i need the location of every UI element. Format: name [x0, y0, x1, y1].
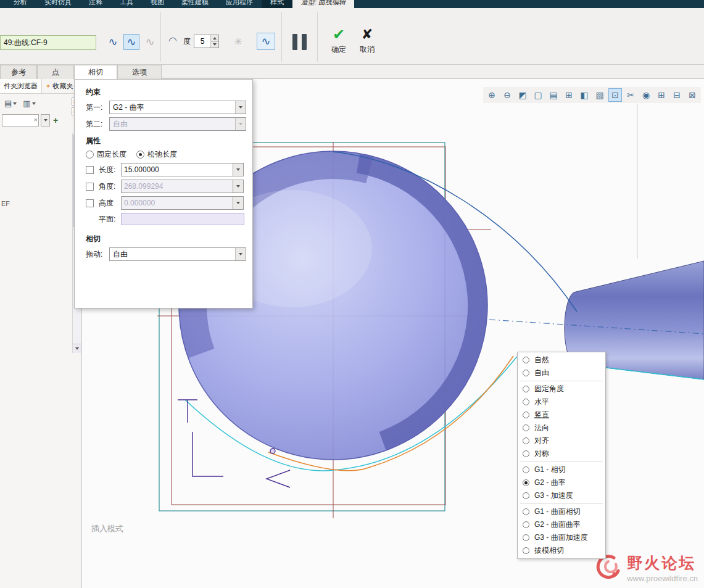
tab-reference[interactable]: 参考 — [0, 65, 37, 79]
menu-item[interactable]: 水平 — [518, 395, 605, 408]
menu-item[interactable]: G3 - 曲面加速度 — [518, 531, 605, 544]
angle-input — [121, 180, 233, 193]
plane-row: 平面: — [99, 213, 246, 225]
repaint-icon[interactable]: ▤ — [547, 88, 560, 102]
construction-corner — [193, 432, 223, 476]
menu-item[interactable]: 对齐 — [518, 434, 605, 447]
ribbon-tab[interactable]: 实时仿真 — [36, 0, 80, 8]
model-tree-button[interactable]: ▤ — [2, 97, 19, 110]
ribbon-tab[interactable]: 样式 — [262, 0, 292, 8]
menu-item-label: 拔模相切 — [534, 545, 564, 556]
ribbon-tab[interactable]: 注释 — [80, 0, 111, 8]
tab-favorites[interactable]: ✶ 收藏夹 — [42, 79, 77, 93]
fixed-length-radio[interactable] — [86, 151, 94, 159]
curve-icon-group: ∿∿∿ — [105, 34, 158, 50]
settings-gear-icon[interactable]: ✳ — [231, 35, 246, 50]
cancel-button[interactable]: ✘ 取消 — [353, 27, 381, 55]
radio-icon — [523, 370, 529, 376]
search-dropdown-button[interactable] — [41, 114, 50, 126]
angle-checkbox[interactable] — [86, 183, 94, 191]
radio-icon — [523, 534, 529, 541]
radio-icon — [523, 450, 529, 457]
zoom-out-icon[interactable]: ⊖ — [500, 88, 514, 102]
plane-input[interactable] — [121, 213, 244, 225]
menu-item[interactable]: G2 - 曲面曲率 — [518, 518, 605, 531]
menu-item[interactable]: 自然 — [518, 354, 605, 366]
window-split-icon[interactable]: ⊟ — [670, 88, 684, 102]
angle-dropdown-button — [233, 180, 244, 193]
ribbon-tab[interactable]: 视图 — [142, 0, 173, 8]
zoom-in-icon[interactable]: ⊕ — [485, 88, 499, 102]
ribbon-tab[interactable]: 造型: 曲线编辑 — [292, 0, 354, 8]
datum-filter-icon[interactable]: ⊡ — [608, 88, 622, 102]
sketch-curve-icon[interactable]: ∿ — [105, 34, 121, 50]
menu-item[interactable]: 对称 — [518, 447, 605, 460]
curve-through-points-icon[interactable]: ∿ — [123, 34, 139, 50]
curve-name-input[interactable] — [0, 35, 96, 50]
degree-group: ◠ 度 — [165, 34, 219, 49]
section-icon[interactable]: ✂ — [624, 88, 637, 102]
relaxed-length-label[interactable]: 松弛长度 — [147, 149, 177, 160]
angle-label: 角度: — [99, 181, 121, 192]
length-dropdown-button[interactable] — [233, 163, 244, 176]
menu-item[interactable]: G2 - 曲率 — [518, 476, 605, 489]
curve-edit-mode-icon[interactable]: ∿ — [257, 33, 275, 50]
length-row: 长度: — [86, 163, 246, 176]
tab-point[interactable]: 点 — [37, 65, 74, 79]
window-layout-icon[interactable]: ⊞ — [655, 88, 668, 102]
menu-item-label: G3 - 曲面加速度 — [534, 532, 588, 543]
menu-item[interactable]: 法向 — [518, 421, 605, 434]
length-input[interactable] — [121, 163, 233, 176]
first-constraint-combo[interactable]: G2 - 曲率 — [109, 101, 246, 114]
ribbon-tab[interactable]: 工具 — [111, 0, 142, 8]
ok-button[interactable]: ✔ 确定 — [325, 27, 353, 55]
menu-item[interactable]: 自由 — [518, 366, 605, 379]
tab-folder-browser[interactable]: 件夹浏览器 — [0, 79, 42, 93]
scroll-down-icon[interactable] — [73, 344, 81, 353]
chevron-down-icon[interactable] — [235, 248, 246, 260]
window-close-icon[interactable]: ⊠ — [685, 88, 699, 102]
pause-button[interactable] — [288, 34, 311, 51]
pause-bar-icon — [302, 34, 307, 50]
tree-filter-button[interactable]: ▥ — [20, 97, 38, 110]
datum-display-icon[interactable]: ▧ — [593, 88, 607, 102]
tab-options[interactable]: 选项 — [117, 65, 162, 79]
menu-item[interactable]: 竖直 — [518, 408, 605, 421]
refit-icon[interactable]: ◩ — [516, 88, 529, 102]
menu-item[interactable]: 拔模相切 — [518, 544, 605, 557]
chevron-down-icon[interactable] — [235, 101, 246, 114]
ribbon-tab[interactable]: 分析 — [5, 0, 36, 8]
clear-icon[interactable]: × — [34, 115, 38, 125]
ribbon-tab[interactable]: 应用程序 — [217, 0, 262, 8]
tree-item-fragment: EF — [1, 200, 10, 207]
insert-mode-label: 插入模式 — [91, 523, 123, 534]
zoom-window-icon[interactable]: ▢ — [531, 88, 545, 102]
saved-orientations-icon[interactable]: ⊞ — [562, 88, 576, 102]
spin-down-icon[interactable] — [211, 41, 218, 48]
curve-control-point[interactable] — [270, 449, 275, 453]
spin-center-icon[interactable]: ◉ — [639, 88, 653, 102]
add-filter-icon[interactable]: + — [52, 115, 59, 125]
length-checkbox[interactable] — [86, 166, 94, 174]
menu-item[interactable]: 固定角度 — [518, 383, 605, 395]
menu-item[interactable]: G1 - 曲面相切 — [518, 505, 605, 518]
display-style-icon[interactable]: ◧ — [578, 88, 591, 102]
second-constraint-row: 第二: 自由 — [86, 117, 246, 131]
height-checkbox[interactable] — [86, 199, 94, 207]
chevron-down-icon — [44, 119, 48, 122]
chevron-down-icon — [13, 102, 17, 105]
model-tree-icon: ▤ — [4, 99, 12, 108]
second-constraint-combo: 自由 — [109, 117, 246, 131]
menu-item[interactable]: G1 - 相切 — [518, 463, 605, 476]
relaxed-length-radio[interactable] — [136, 151, 144, 159]
spin-up-icon[interactable] — [211, 35, 218, 41]
planar-curve-icon[interactable]: ∿ — [142, 34, 158, 50]
second-constraint-value: 自由 — [110, 118, 235, 130]
drag-combo[interactable]: 自由 — [109, 247, 246, 261]
degree-value-input[interactable] — [194, 35, 210, 48]
tab-tangent[interactable]: 相切 — [74, 65, 117, 79]
separator — [160, 12, 161, 62]
menu-item[interactable]: G3 - 加速度 — [518, 489, 605, 502]
fixed-length-label[interactable]: 固定长度 — [97, 149, 126, 160]
ribbon-tab[interactable]: 柔性建模 — [173, 0, 217, 8]
